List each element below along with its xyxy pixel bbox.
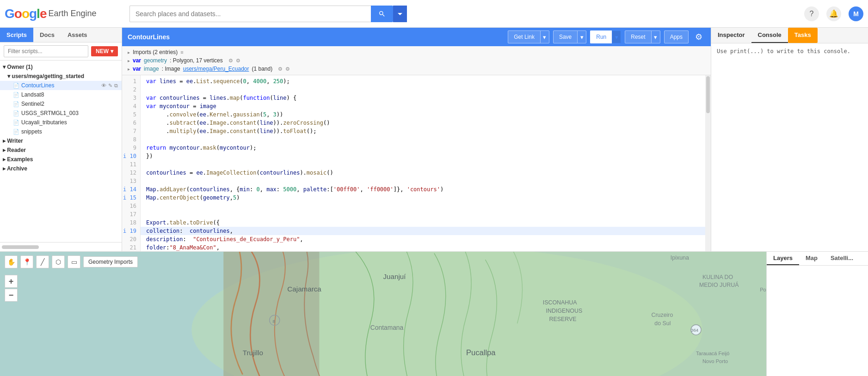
line-num-2: 2 <box>122 85 136 94</box>
svg-text:RESERVE: RESERVE <box>549 316 577 322</box>
svg-text:Novo Porto: Novo Porto <box>702 358 728 364</box>
scroll-handle[interactable] <box>2 245 39 249</box>
line-num-15: i 15 <box>122 194 136 202</box>
new-script-button[interactable]: NEW ▾ <box>91 46 118 56</box>
tree-file-snippets[interactable]: 📄 snippets <box>0 127 122 136</box>
imports-toggle[interactable]: ▸ <box>128 50 130 55</box>
search-dropdown-button[interactable] <box>393 6 407 22</box>
earth-engine-text: Earth Engine <box>48 9 96 18</box>
tab-satellite[interactable]: Satelli... <box>824 252 860 265</box>
zoom-out-button[interactable]: − <box>5 289 18 302</box>
code-line-5: .convolve(ee.Kernel.gaussian(5, 3)) <box>141 110 705 119</box>
line-tool[interactable]: ╱ <box>36 255 49 268</box>
search-button[interactable] <box>371 6 393 22</box>
import-arrow-geometry: ▸ <box>128 58 130 63</box>
vertical-scrollbar[interactable] <box>705 75 711 251</box>
save-button[interactable]: Save <box>553 30 577 43</box>
imports-list-icon[interactable]: ≡ <box>180 49 183 55</box>
line-num-5: 5 <box>122 110 136 119</box>
svg-text:8: 8 <box>273 319 275 324</box>
tree-file-landsat8[interactable]: 📄 Landsat8 <box>0 90 122 99</box>
hand-tool[interactable]: ✋ <box>5 255 18 268</box>
settings-icon[interactable]: ⚙ <box>692 30 705 43</box>
tree-file-sentinel2[interactable]: 📄 Sentinel2 <box>0 99 122 109</box>
filter-input[interactable] <box>4 45 88 57</box>
tab-tasks[interactable]: Tasks <box>788 28 818 43</box>
visibility-icon[interactable]: 👁 <box>101 83 106 89</box>
code-line-20: description: "ContourLines_de_Ecuador_y_… <box>141 235 705 243</box>
code-line-13 <box>141 177 705 185</box>
tab-scripts[interactable]: Scripts <box>0 28 33 42</box>
get-link-button[interactable]: Get Link <box>508 30 540 43</box>
run-dropdown[interactable]: ▾ <box>612 30 621 43</box>
tree-file-contourlines[interactable]: 📄 ContourLines 👁 ✎ ⧉ <box>0 81 122 90</box>
tree-section-archive[interactable]: ▸ Archive <box>0 164 122 173</box>
search-input[interactable] <box>129 6 371 22</box>
tree-file-ucayali[interactable]: 📄 Ucayali_tributaries <box>0 118 122 127</box>
reset-group: Reset ▾ <box>625 30 660 43</box>
zoom-in-button[interactable]: + <box>5 275 18 288</box>
code-line-12: contourlines = ee.ImageCollection(contou… <box>141 169 705 177</box>
help-icon[interactable]: ? <box>804 6 819 21</box>
tree-section-owner[interactable]: ▾ Owner (1) <box>0 62 122 72</box>
reset-button[interactable]: Reset <box>625 30 651 43</box>
topbar: Google Earth Engine ? 🔔 M <box>0 0 868 28</box>
point-tool[interactable]: 📍 <box>20 255 33 268</box>
run-button[interactable]: Run <box>590 30 612 43</box>
image-gear-icon[interactable]: ⚙ <box>285 66 290 72</box>
tree-subsection-getting-started[interactable]: ▾ users/mega/getting_started <box>0 72 122 81</box>
tree-section-writer[interactable]: ▸ Writer <box>0 136 122 146</box>
line-num-18: 18 <box>122 218 136 227</box>
tab-assets[interactable]: Assets <box>61 28 94 42</box>
tree-section-reader[interactable]: ▸ Reader <box>0 146 122 155</box>
logo-o1: o <box>14 6 22 21</box>
file-icon: 📄 <box>13 83 19 89</box>
import-line-geometry: ▸ var geometry : Polygon, 17 vertices ⚙ … <box>128 57 705 64</box>
tree-file-usgs[interactable]: 📄 USGS_SRTMGL1_003 <box>0 109 122 118</box>
polygon-tool[interactable]: ⬡ <box>52 255 65 268</box>
geometry-imports-button[interactable]: Geometry Imports <box>83 256 138 267</box>
tab-docs[interactable]: Docs <box>33 28 61 42</box>
import-image-link[interactable]: users/mega/Peru_Ecuador <box>183 66 249 72</box>
get-link-group: Get Link ▾ <box>508 30 549 43</box>
code-line-21: folder:"8_AnaMea&Con", <box>141 243 705 251</box>
svg-text:Cruzeiro: Cruzeiro <box>651 312 673 318</box>
code-line-14: Map.addLayer(contourlines, {min: 0, max:… <box>141 185 705 194</box>
sidebar: Scripts Docs Assets NEW ▾ ▾ Owner (1) ▾ … <box>0 28 122 251</box>
import-line-image: ▸ var image : Image users/mega/Peru_Ecua… <box>128 66 705 72</box>
notifications-icon[interactable]: 🔔 <box>826 6 841 21</box>
search-bar <box>129 6 407 22</box>
svg-text:MEDIO JURUÁ: MEDIO JURUÁ <box>699 282 739 289</box>
apps-button[interactable]: Apps <box>664 30 689 43</box>
google-logo: Google <box>5 6 46 21</box>
code-line-19: collection: contourlines, <box>141 227 705 235</box>
geometry-settings-icon[interactable]: ⚙ <box>228 58 233 64</box>
image-settings-icon[interactable]: ⚙ <box>278 66 283 72</box>
line-num-3: 3 <box>122 94 136 102</box>
logo-g2: g <box>29 6 37 21</box>
svg-text:ISCONAHUA: ISCONAHUA <box>543 299 577 306</box>
reset-dropdown[interactable]: ▾ <box>651 30 660 43</box>
save-dropdown[interactable]: ▾ <box>577 30 586 43</box>
svg-text:Contamana: Contamana <box>370 324 404 331</box>
tab-inspector[interactable]: Inspector <box>711 28 751 43</box>
svg-text:Trujillo: Trujillo <box>243 349 263 357</box>
script-title: ContourLines <box>128 33 170 41</box>
get-link-dropdown[interactable]: ▾ <box>540 30 549 43</box>
code-editor[interactable]: var lines = ee.List.sequence(0, 4000, 25… <box>141 75 705 251</box>
svg-text:do Sul: do Sul <box>654 320 671 327</box>
edit-icon[interactable]: ✎ <box>108 83 112 89</box>
line-num-1: 1 <box>122 77 136 85</box>
scroll-thumb[interactable] <box>706 76 710 113</box>
rect-tool[interactable]: ▭ <box>68 255 80 268</box>
user-avatar[interactable]: M <box>849 6 863 21</box>
tab-map[interactable]: Map <box>799 252 824 265</box>
tab-layers[interactable]: Layers <box>767 252 799 265</box>
tab-console[interactable]: Console <box>751 28 788 43</box>
tree-section-examples[interactable]: ▸ Examples <box>0 155 122 164</box>
code-line-17 <box>141 210 705 218</box>
geometry-gear-icon[interactable]: ⚙ <box>236 58 240 64</box>
logo-o2: o <box>22 6 29 21</box>
copy-icon[interactable]: ⧉ <box>114 83 118 89</box>
svg-text:Pucallpa: Pucallpa <box>466 348 496 357</box>
